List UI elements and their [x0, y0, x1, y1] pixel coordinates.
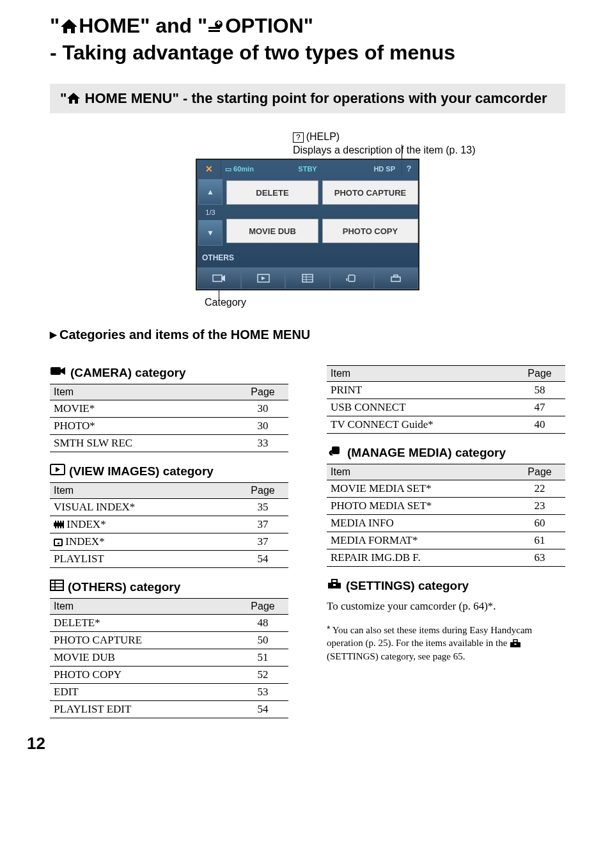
battery-text: 60min — [233, 165, 254, 173]
table-row: TV CONNECT Guide*40 — [327, 416, 565, 434]
scroll-down-button[interactable]: ▼ — [198, 220, 223, 246]
footnote-text1: You can also set these items during Easy… — [327, 625, 532, 648]
cell-page: 35 — [237, 499, 288, 516]
svg-rect-5 — [213, 275, 222, 281]
title-option: OPTION" — [225, 14, 313, 37]
grid-icon — [50, 580, 64, 594]
cell-item: PLAYLIST — [50, 551, 237, 568]
svg-rect-22 — [332, 580, 337, 583]
table-row: PRINT58 — [327, 382, 565, 399]
table-row: MOVIE*30 — [50, 400, 288, 418]
footnote-marker: * — [327, 624, 330, 634]
scroll-up-button[interactable]: ▲ — [198, 179, 223, 205]
category-caption: Category — [205, 297, 565, 308]
cell-item: USB CONNECT — [327, 399, 514, 416]
th-page: Page — [237, 483, 288, 499]
cell-item: MEDIA INFO — [327, 515, 514, 532]
title-home: HOME" and " — [79, 14, 207, 37]
th-page: Page — [237, 599, 288, 615]
filmroll-icon — [54, 521, 64, 528]
table-view: ItemPage VISUAL INDEX*35 INDEX*37 INDEX*… — [50, 482, 288, 568]
play-icon — [50, 464, 65, 478]
table-row: MEDIA INFO60 — [327, 515, 565, 532]
cell-item: EDIT — [50, 684, 237, 701]
close-icon[interactable]: ✕ — [197, 160, 221, 178]
category-tab-view[interactable] — [241, 267, 285, 289]
svg-rect-16 — [51, 580, 63, 590]
cell-page: 63 — [514, 549, 565, 567]
cell-item: PHOTO COPY — [50, 667, 237, 684]
category-tab-settings[interactable] — [374, 267, 418, 289]
table-row: MEDIA FORMAT*61 — [327, 532, 565, 549]
toolbox-icon — [327, 578, 342, 593]
th-item: Item — [50, 483, 237, 499]
table-row: INDEX*37 — [50, 516, 288, 533]
cell-item: MOVIE MEDIA SET* — [327, 480, 514, 498]
category-title-settings: (SETTINGS) category — [327, 578, 565, 593]
th-page: Page — [514, 366, 565, 382]
cell-page: 58 — [514, 382, 565, 399]
category-title-manage-text: (MANAGE MEDIA) category — [347, 446, 506, 460]
cell-item: PHOTO CAPTURE — [50, 632, 237, 649]
table-manage: ItemPage MOVIE MEDIA SET*22 PHOTO MEDIA … — [327, 464, 565, 567]
cell-page: 54 — [237, 551, 288, 568]
cell-page: 51 — [237, 649, 288, 667]
table-row: PHOTO MEDIA SET*23 — [327, 498, 565, 515]
category-tab-manage[interactable] — [330, 267, 374, 289]
cell-item: PLAYLIST EDIT — [50, 701, 237, 718]
table-row: VISUAL INDEX*35 — [50, 499, 288, 516]
cell-page: 30 — [237, 400, 288, 418]
camera-screen: ✕ ▭ 60min STBY HD SP ? ▲ 1/3 ▼ DELETE PH… — [196, 159, 419, 290]
cell-page: 52 — [237, 667, 288, 684]
table-row: DELETE*48 — [50, 615, 288, 632]
th-item: Item — [50, 599, 237, 615]
camera-icon — [50, 365, 66, 380]
table-row: REPAIR IMG.DB F.63 — [327, 549, 565, 567]
help-label: (HELP) — [306, 131, 340, 142]
table-row: USB CONNECT47 — [327, 399, 565, 416]
media-icon — [327, 445, 343, 460]
others-label: OTHERS — [202, 253, 234, 262]
th-page: Page — [514, 464, 565, 480]
quality-indicator: HD SP — [373, 165, 395, 173]
cell-item: DELETE* — [50, 615, 237, 632]
th-page: Page — [237, 384, 288, 400]
category-title-manage: (MANAGE MEDIA) category — [327, 445, 565, 460]
cell-item: TV CONNECT Guide* — [327, 416, 514, 434]
cell-page: 37 — [237, 533, 288, 551]
cell-page: 61 — [514, 532, 565, 549]
title-q1: " — [50, 14, 59, 37]
menu-button-delete[interactable]: DELETE — [226, 180, 318, 205]
th-item: Item — [50, 384, 237, 400]
cell-item: INDEX* — [50, 516, 237, 533]
cell-item: INDEX* — [50, 533, 237, 551]
cell-page: 50 — [237, 632, 288, 649]
cell-item-text: INDEX* — [66, 518, 106, 530]
svg-rect-23 — [333, 584, 336, 586]
diagram: ?(HELP) Displays a description of the it… — [50, 130, 565, 308]
category-title-camera-text: (CAMERA) category — [70, 366, 186, 380]
category-tab-others[interactable] — [285, 267, 329, 289]
category-tab-camera[interactable] — [197, 267, 241, 289]
help-desc: Displays a description of the item (p. 1… — [293, 145, 475, 155]
menu-button-photo-copy[interactable]: PHOTO COPY — [322, 219, 418, 243]
cell-page: 37 — [237, 516, 288, 533]
table-row: PLAYLIST54 — [50, 551, 288, 568]
cell-item: MEDIA FORMAT* — [327, 532, 514, 549]
menu-button-photo-capture[interactable]: PHOTO CAPTURE — [322, 180, 418, 205]
cell-item: PRINT — [327, 382, 514, 399]
category-title-camera: (CAMERA) category — [50, 365, 288, 380]
table-row: PHOTO COPY52 — [50, 667, 288, 684]
cell-page: 54 — [237, 701, 288, 718]
cell-item: MOVIE DUB — [50, 649, 237, 667]
cell-item: VISUAL INDEX* — [50, 499, 237, 516]
svg-rect-4 — [218, 21, 219, 25]
category-title-view: (VIEW IMAGES) category — [50, 464, 288, 478]
svg-rect-13 — [394, 275, 398, 277]
home-icon — [66, 92, 81, 105]
help-icon[interactable]: ? — [402, 162, 416, 176]
menu-button-movie-dub[interactable]: MOVIE DUB — [226, 219, 318, 243]
cell-page: 40 — [514, 416, 565, 434]
category-title-others-text: (OTHERS) category — [68, 580, 180, 594]
cell-page: 23 — [514, 498, 565, 515]
